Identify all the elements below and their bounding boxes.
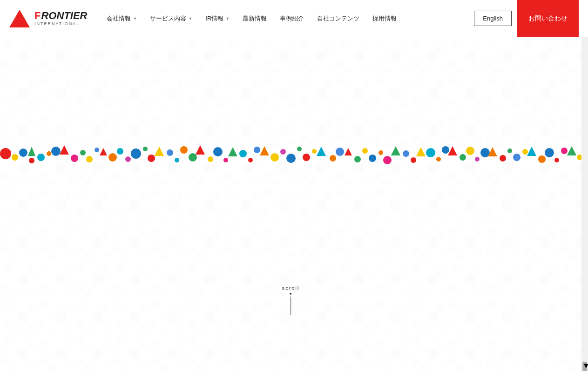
svg-point-24 [131, 148, 141, 159]
svg-point-13 [47, 151, 51, 156]
header-right: English お問い合わせ [474, 0, 579, 37]
svg-point-64 [460, 154, 466, 161]
svg-point-41 [270, 153, 279, 162]
scroll-dot [290, 293, 291, 295]
scroll-indicator: scroll [282, 285, 300, 315]
nav-item-cases[interactable]: 事例紹介 [274, 0, 310, 37]
svg-point-8 [12, 154, 18, 161]
nav-item-content[interactable]: 自社コンテンツ [311, 0, 365, 37]
svg-point-44 [297, 147, 302, 151]
scrollbar[interactable]: ▲ ▼ [581, 0, 588, 371]
svg-point-62 [442, 146, 449, 154]
svg-point-11 [37, 154, 45, 161]
svg-point-7 [0, 148, 11, 159]
svg-point-75 [545, 148, 554, 157]
svg-rect-6 [0, 37, 581, 371]
svg-point-70 [507, 148, 512, 153]
svg-marker-15 [60, 145, 69, 155]
svg-point-42 [280, 149, 286, 155]
svg-point-16 [71, 155, 78, 162]
svg-point-19 [95, 148, 99, 152]
contact-button[interactable]: お問い合わせ [517, 0, 579, 37]
svg-point-55 [383, 156, 392, 164]
main-content: scroll [0, 37, 581, 371]
logo[interactable]: FRONTIER INTERNATIONAL [9, 10, 87, 27]
shapes-svg [0, 140, 581, 168]
header: FRONTIER INTERNATIONAL 会社情報 ▼ サービス内容 ▼ I… [0, 0, 588, 37]
svg-point-53 [369, 155, 376, 162]
svg-point-43 [286, 154, 296, 163]
svg-point-38 [248, 158, 253, 162]
svg-marker-40 [260, 146, 269, 155]
logo-frontier: FRONTIER [34, 11, 87, 21]
svg-point-65 [466, 147, 474, 155]
svg-point-35 [223, 158, 228, 162]
svg-point-79 [577, 155, 581, 160]
chevron-down-icon: ▼ [188, 16, 192, 21]
svg-point-49 [336, 148, 344, 156]
svg-point-76 [554, 158, 559, 162]
svg-point-23 [125, 156, 131, 162]
nav-item-ir[interactable]: IR情報 ▼ [200, 0, 235, 37]
svg-point-25 [143, 147, 148, 151]
svg-marker-78 [567, 146, 576, 155]
svg-marker-36 [228, 147, 237, 156]
svg-marker-32 [196, 145, 205, 155]
svg-point-39 [254, 147, 260, 153]
svg-marker-73 [527, 147, 536, 156]
svg-point-77 [561, 148, 568, 154]
svg-point-54 [378, 150, 383, 155]
svg-point-18 [86, 156, 93, 162]
svg-point-28 [167, 149, 173, 156]
svg-marker-63 [448, 146, 457, 155]
background-pattern [0, 37, 581, 371]
nav-item-company[interactable]: 会社情報 ▼ [101, 0, 142, 37]
svg-point-17 [80, 150, 86, 155]
nav-item-news[interactable]: 最新情報 [237, 0, 272, 37]
svg-point-71 [513, 154, 520, 161]
svg-point-9 [19, 148, 27, 157]
svg-point-29 [175, 158, 179, 162]
svg-point-69 [500, 155, 506, 162]
english-button[interactable]: English [474, 11, 512, 26]
svg-point-46 [312, 149, 317, 154]
svg-marker-20 [100, 148, 107, 155]
nav-item-recruit[interactable]: 採用情報 [367, 0, 402, 37]
scrollbar-thumb-down[interactable]: ▼ [582, 362, 587, 371]
svg-point-34 [213, 147, 223, 156]
scroll-line [291, 297, 291, 315]
svg-point-74 [538, 155, 546, 163]
svg-marker-27 [155, 147, 164, 156]
logo-triangle [9, 10, 30, 27]
svg-point-21 [108, 153, 117, 162]
svg-point-52 [362, 148, 368, 154]
svg-point-26 [148, 155, 155, 162]
svg-point-61 [436, 157, 441, 162]
svg-point-33 [208, 156, 213, 162]
svg-point-30 [180, 146, 188, 154]
svg-marker-10 [28, 147, 35, 156]
svg-point-37 [239, 150, 247, 157]
nav: 会社情報 ▼ サービス内容 ▼ IR情報 ▼ 最新情報 事例紹介 自社コンテンツ… [101, 0, 474, 37]
svg-point-14 [51, 147, 61, 156]
svg-marker-56 [391, 146, 400, 155]
svg-marker-59 [416, 147, 426, 156]
svg-marker-50 [345, 148, 352, 155]
shapes-strip [0, 140, 581, 168]
svg-point-72 [522, 149, 528, 155]
svg-point-45 [303, 154, 310, 161]
svg-point-60 [426, 148, 435, 157]
svg-point-48 [330, 155, 336, 162]
svg-point-12 [29, 158, 34, 163]
scroll-label: scroll [282, 285, 300, 291]
svg-point-66 [475, 157, 480, 162]
svg-point-51 [354, 156, 361, 162]
svg-point-22 [117, 148, 123, 155]
svg-point-57 [403, 150, 409, 157]
chevron-down-icon: ▼ [133, 16, 137, 21]
chevron-down-icon: ▼ [225, 16, 230, 21]
logo-international: INTERNATIONAL [34, 22, 87, 26]
svg-marker-47 [317, 147, 326, 156]
nav-item-service[interactable]: サービス内容 ▼ [144, 0, 198, 37]
logo-text: FRONTIER INTERNATIONAL [34, 11, 87, 26]
